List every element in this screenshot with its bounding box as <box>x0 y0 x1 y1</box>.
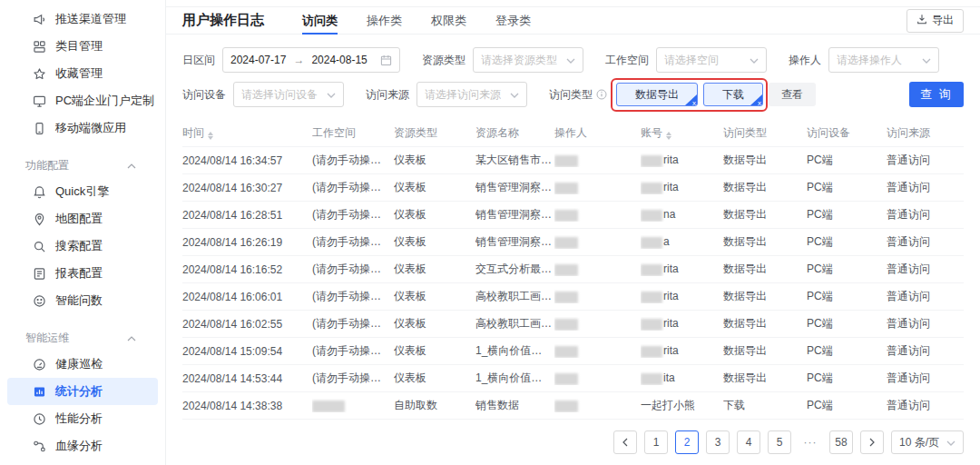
sidebar-section-功能配置[interactable]: 功能配置 <box>7 153 158 178</box>
redacted-block <box>554 183 578 194</box>
column-header-访问类型: 访问类型 <box>723 125 807 141</box>
cell-time: 2024/08/14 14:53:44 <box>182 372 312 385</box>
sidebar-item-搜索配置[interactable]: 搜索配置 <box>7 232 158 260</box>
table-header-row: 时间工作空间资源类型资源名称操作人账号访问类型访问设备访问来源 <box>182 120 964 147</box>
page-button-4[interactable]: 4 <box>737 430 760 454</box>
page-button-3[interactable]: 3 <box>706 430 730 454</box>
cell-workspace: (请勿手动操… <box>312 180 394 195</box>
sidebar-section-智能运维[interactable]: 智能运维 <box>7 325 158 351</box>
page-ellipsis[interactable]: ··· <box>799 430 822 454</box>
search-button[interactable]: 查 询 <box>909 82 964 107</box>
cell-source: 普通访问 <box>887 207 964 223</box>
sidebar-item-类目管理[interactable]: 类目管理 <box>7 33 158 60</box>
cell-workspace: (请勿手动操… <box>312 262 394 277</box>
cell-time: 2024/08/14 15:09:54 <box>182 345 312 358</box>
redacted-block <box>641 319 662 331</box>
tab-登录类[interactable]: 登录类 <box>495 7 531 34</box>
column-header-访问设备: 访问设备 <box>807 125 887 141</box>
next-page-button[interactable] <box>860 430 884 454</box>
column-header-访问来源: 访问来源 <box>887 125 964 141</box>
report-icon <box>33 267 46 281</box>
access-tag-查看[interactable]: 查看 <box>769 83 816 106</box>
sidebar-item-收藏管理[interactable]: 收藏管理 <box>7 60 158 87</box>
sidebar-item-健康巡检[interactable]: 健康巡检 <box>7 351 158 378</box>
select-工作空间[interactable]: 请选择空间 <box>656 47 767 73</box>
page-button-2[interactable]: 2 <box>675 430 699 454</box>
cell-resource-type: 自助取数 <box>394 398 475 413</box>
select-访问来源[interactable]: 请选择访问来源 <box>416 82 527 107</box>
sidebar-item-移动端微应用[interactable]: 移动端微应用 <box>7 114 158 142</box>
prev-page-button[interactable] <box>613 430 637 454</box>
sidebar-item-地图配置[interactable]: 地图配置 <box>7 205 158 232</box>
star-icon <box>33 67 46 81</box>
page-size-label: 10 条/页 <box>899 435 939 450</box>
sidebar-item-报表配置[interactable]: 报表配置 <box>7 260 158 287</box>
page-button-1[interactable]: 1 <box>644 430 668 454</box>
tab-权限类[interactable]: 权限类 <box>431 7 466 34</box>
cell-resource-type: 仪表板 <box>394 207 475 223</box>
tab-操作类[interactable]: 操作类 <box>367 7 402 34</box>
sidebar-item-智能问数[interactable]: 智能问数 <box>7 287 158 314</box>
sort-icon[interactable] <box>666 132 671 140</box>
export-button[interactable]: 导出 <box>906 9 964 33</box>
page-size-select[interactable]: 10 条/页 <box>891 430 964 454</box>
sidebar-item-label: 类目管理 <box>55 38 103 54</box>
bell-icon <box>33 185 46 199</box>
page-button-5[interactable]: 5 <box>768 430 791 454</box>
chevron-up-icon <box>127 331 136 344</box>
cell-source: 普通访问 <box>887 289 964 304</box>
select-访问设备[interactable]: 请选择访问设备 <box>233 82 344 107</box>
export-label: 导出 <box>932 13 954 28</box>
sidebar-item-label: 血缘分析 <box>55 438 103 454</box>
sidebar-item-Quick引擎[interactable]: Quick引擎 <box>7 178 158 205</box>
sidebar-section-label: 智能运维 <box>25 331 69 346</box>
sidebar-item-label: 地图配置 <box>55 211 103 227</box>
sidebar-item-label: PC端企业门户定制 <box>55 93 154 109</box>
sort-icon[interactable] <box>208 132 213 140</box>
redacted-block <box>641 183 662 194</box>
page-button-58[interactable]: 58 <box>829 430 853 454</box>
cell-device: PC端 <box>807 371 887 386</box>
access-tag-下载[interactable]: 下载x <box>703 83 763 106</box>
access-tag-数据导出[interactable]: 数据导出x <box>616 83 698 106</box>
daterange-input[interactable]: 2024-07-17→2024-08-15 <box>222 47 400 73</box>
redacted-block <box>641 237 662 249</box>
cell-workspace: (请勿手动操… <box>312 289 394 304</box>
cell-account: 一起打小熊 <box>641 398 723 413</box>
cell-access-type: 数据导出 <box>723 180 807 195</box>
phone-icon <box>33 122 46 135</box>
column-header-时间[interactable]: 时间 <box>182 125 312 141</box>
cell-time: 2024/08/14 16:30:27 <box>182 182 312 194</box>
clock-icon <box>33 412 46 426</box>
cell-account: rita <box>641 181 723 193</box>
redacted-block <box>312 401 345 412</box>
redacted-block <box>641 155 662 167</box>
redacted-block <box>641 373 662 385</box>
select-placeholder: 请选择操作人 <box>837 53 902 68</box>
cell-account: rita <box>641 344 723 357</box>
cell-access-type: 数据导出 <box>723 207 807 223</box>
column-header-账号[interactable]: 账号 <box>641 125 723 141</box>
select-资源类型[interactable]: 请选择资源类型 <box>473 47 583 73</box>
cell-access-type: 数据导出 <box>723 343 807 359</box>
cell-workspace: (请勿手动操… <box>312 153 394 168</box>
cell-device: PC端 <box>807 398 887 413</box>
sidebar-item-血缘分析[interactable]: 血缘分析 <box>7 432 158 460</box>
tab-访问类[interactable]: 访问类 <box>302 7 338 34</box>
sidebar-item-统计分析[interactable]: 统计分析 <box>7 378 158 405</box>
cell-operator <box>554 317 641 330</box>
select-placeholder: 请选择空间 <box>664 53 719 68</box>
cell-operator <box>554 344 641 357</box>
cell-resource-name: 高校教职工画… <box>475 289 554 304</box>
cell-time: 2024/08/14 16:26:19 <box>182 236 312 249</box>
table-row: 2024/08/14 16:34:57(请勿手动操…仪表板某大区销售市…rita… <box>182 147 964 174</box>
cell-device: PC端 <box>807 289 887 304</box>
sidebar-item-性能分析[interactable]: 性能分析 <box>7 405 158 432</box>
filter-访问设备: 访问设备请选择访问设备 <box>182 82 344 107</box>
sidebar-item-label: 移动端微应用 <box>55 120 126 136</box>
sidebar-item-PC端企业门户定制[interactable]: PC端企业门户定制 <box>7 87 158 114</box>
sidebar-item-推送渠道管理[interactable]: 推送渠道管理 <box>7 5 158 33</box>
cell-operator <box>554 399 641 411</box>
select-操作人[interactable]: 请选择操作人 <box>828 47 939 73</box>
cell-time: 2024/08/14 16:34:57 <box>182 154 312 167</box>
